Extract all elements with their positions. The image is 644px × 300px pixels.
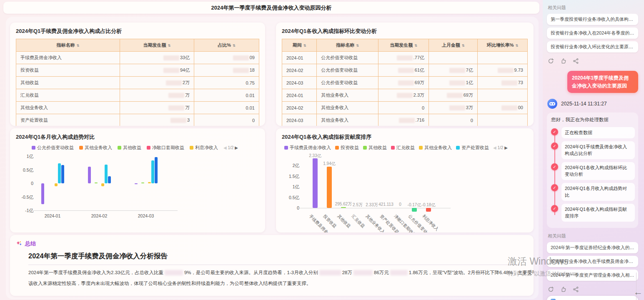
related-question-button[interactable]: 第一季度投资银行业务净收入的具体构成是...	[547, 14, 638, 25]
sort-icon[interactable]: ⇅	[414, 44, 417, 48]
thumbs-up-icon[interactable]	[560, 58, 566, 64]
legend-item[interactable]: 汇兑收益	[391, 145, 415, 151]
table-row: 2024-02其他业务收入03万00	[282, 102, 528, 114]
legend-item[interactable]: 其他收益	[363, 145, 387, 151]
cell-text: 69万	[464, 92, 473, 98]
bar-value-label: 1.94亿	[316, 161, 343, 167]
share-nodes-icon[interactable]	[573, 58, 579, 64]
redacted-value	[233, 55, 249, 60]
cell-text: .716	[416, 118, 424, 122]
x-axis-category-label: 2024-03	[130, 213, 161, 218]
related-questions-label-bottom: 相关问题	[548, 233, 638, 239]
table-row: 汇兑收益万0.01	[16, 89, 259, 102]
sort-icon[interactable]: ⇅	[516, 44, 519, 48]
legend-next-icon[interactable]: ▶	[233, 145, 238, 150]
legend-item[interactable]: 公允价值变动收益	[32, 145, 74, 151]
rank-chart: 手续费及佣金净收入投资收益其他收益汇兑收益其他业务收入资产处置收益◀ 1/2 ▶…	[282, 145, 528, 229]
column-label: 当期发生额	[143, 42, 166, 48]
legend-item[interactable]: 资产处置收益	[456, 145, 489, 151]
legend-item[interactable]: 利息净收入	[190, 145, 218, 151]
redacted-value	[398, 80, 414, 85]
ratio-table-title: 2024年Q1手续费及佣金净收入构成占比分析	[16, 28, 259, 35]
task-item: ✓2024年Q1手续费及佣金净收入构成占比分析	[550, 141, 635, 159]
related-question-button[interactable]: 投资银行业务净收入在2024年各季度的变化...	[547, 28, 638, 39]
table-cell: 2024-03	[282, 114, 317, 126]
chart-bar	[101, 183, 104, 186]
column-header[interactable]: 当期发生额⇅	[378, 39, 428, 52]
cell-text: 69万	[415, 80, 424, 85]
legend-next-icon[interactable]: ▶	[503, 145, 507, 150]
sort-icon[interactable]: ⇅	[303, 44, 306, 48]
cell-text: 手续费及佣金净收入	[20, 55, 62, 60]
sort-icon[interactable]: ⇅	[76, 44, 79, 48]
column-header[interactable]: 上月金额⇅	[429, 39, 478, 52]
legend-prev-icon[interactable]: ◀	[223, 145, 228, 150]
table-cell: 投资收益	[16, 64, 120, 77]
legend-pagination: ◀ 1/2 ▶	[223, 145, 238, 150]
table-cell: 手续费及佣金净收入	[16, 52, 120, 64]
legend-item[interactable]: 其他业务收入	[79, 145, 112, 151]
table-cell: .716	[378, 114, 428, 126]
legend-item[interactable]: 其他收益	[118, 145, 141, 151]
collapse-sidebar-arrow-icon[interactable]: ←	[634, 288, 643, 297]
chart-bar	[95, 182, 98, 183]
sort-icon[interactable]: ⇅	[233, 44, 236, 48]
check-icon: ✓	[551, 142, 558, 150]
column-header[interactable]: 指标名称⇅	[16, 39, 120, 52]
task-label: 2024年Q1各收入构成指标贡献度排序	[561, 204, 635, 222]
sort-icon[interactable]: ⇅	[462, 44, 465, 48]
legend-page-number: 1/2	[228, 145, 233, 150]
legend-swatch	[79, 146, 83, 150]
sort-icon[interactable]: ⇅	[356, 44, 359, 48]
task-label: 2024年Q1手续费及佣金净收入构成占比分析	[561, 141, 635, 159]
column-label: 占比%	[218, 42, 231, 48]
chart-plot-area: 1亿0.5亿0-0.5亿-1亿2024-012024-022024-03	[16, 153, 259, 227]
column-header[interactable]: 指标名称⇅	[317, 39, 378, 52]
related-question-button[interactable]: 2024年第一季度证券经纪业务净收入的具体...	[547, 242, 638, 253]
cell-text: 0	[471, 118, 473, 123]
report-paragraph-1: 2024年第一季度手续费及佣金净收入为2.33亿元，占总收入比重9%，是公司最主…	[28, 270, 528, 276]
table-head: 指标名称⇅当期发生额⇅占比%⇅	[16, 39, 259, 52]
table-cell: 公允价值变动收益	[317, 77, 378, 89]
sort-icon[interactable]: ⇅	[168, 44, 170, 48]
share-nodes-icon[interactable]	[573, 286, 579, 292]
column-header[interactable]: 占比%⇅	[194, 39, 259, 52]
redacted-value	[165, 270, 183, 275]
legend-item[interactable]: 净敞口套期收益	[147, 145, 184, 151]
legend-item[interactable]: 投资收益	[335, 145, 359, 151]
table-cell: 2024-02	[282, 102, 317, 114]
redacted-value	[447, 93, 463, 98]
paragraph-text: 28万	[342, 270, 352, 275]
legend-prev-icon[interactable]: ◀	[493, 145, 497, 150]
redacted-value	[449, 68, 465, 73]
task-item: ✓2024年Q1各月收入构成趋势对比	[550, 183, 635, 201]
table-body: 手续费及佣金净收入33亿09投资收益94亿18其他收益2万0.75汇兑收益万0.…	[16, 52, 259, 126]
table-cell: 2024-01	[282, 89, 317, 102]
legend-item[interactable]: 手续费及佣金净收入	[284, 145, 331, 151]
chart-bar	[426, 208, 431, 212]
card-mom-table: 2024年Q1各收入构成指标环比变动分析 期间⇅指标名称⇅当期发生额⇅上月金额⇅…	[276, 22, 534, 126]
cell-text: 2.3万	[413, 92, 424, 98]
chart-bar	[155, 157, 158, 183]
related-question-button[interactable]: 投资银行业务净收入环比变化的主要原因是...	[547, 41, 638, 52]
column-header[interactable]: 环比增长率%⇅	[477, 39, 527, 52]
chart-legend: 手续费及佣金净收入投资收益其他收益汇兑收益其他业务收入资产处置收益◀ 1/2 ▶	[284, 145, 528, 151]
table-cell: 2.3万	[378, 89, 428, 102]
ai-sparkle-icon	[16, 240, 23, 247]
table-cell: 万	[120, 102, 194, 114]
redacted-value	[163, 55, 179, 60]
redacted-value	[319, 270, 341, 275]
column-header[interactable]: 当期发生额⇅	[120, 39, 194, 52]
refresh-icon[interactable]	[548, 286, 554, 292]
table-cell: 0.01	[194, 102, 259, 114]
refresh-icon[interactable]	[548, 58, 554, 64]
legend-page-number: 1/2	[497, 145, 503, 150]
legend-item[interactable]: 其他业务收入	[419, 145, 452, 151]
related-question-button[interactable]: 投资银行业务净收入在手续费及佣金净收入...	[547, 256, 638, 267]
thumbs-up-icon[interactable]	[560, 286, 566, 292]
check-icon: ✓	[551, 184, 558, 191]
column-header[interactable]: 期间⇅	[282, 39, 317, 52]
y-axis-tick-label: -0.5亿	[16, 195, 33, 200]
related-question-button[interactable]: 2024年第一季度资产管理业务净收入相比上...	[547, 270, 638, 281]
redacted-value	[170, 118, 186, 123]
